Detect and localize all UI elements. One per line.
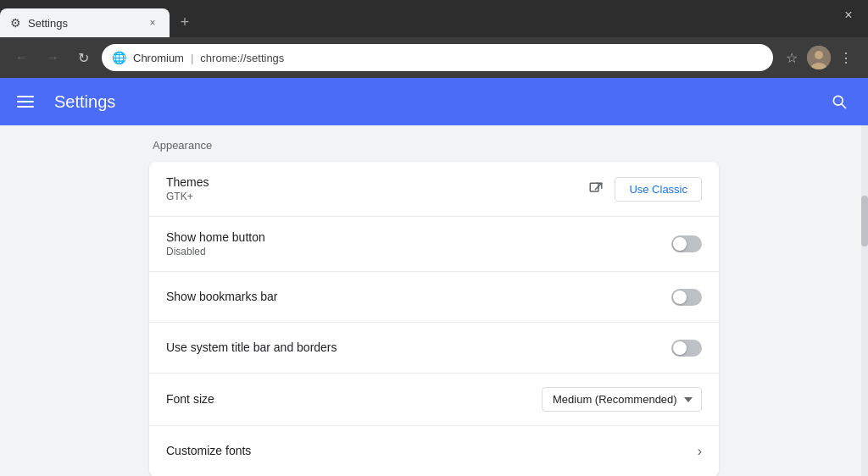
themes-sublabel: GTK+ [166,191,587,202]
chevron-right-icon: › [698,444,702,459]
brand-label: Chromium [133,52,184,64]
font-size-info: Font size [166,392,542,407]
font-size-label: Font size [166,392,542,406]
font-size-row: Font size Very small Small Medium (Recom… [149,374,719,426]
avatar-button[interactable] [807,46,831,69]
customize-fonts-label: Customize fonts [166,444,698,457]
show-bookmarks-row: Show bookmarks bar [149,272,719,323]
scrollbar-track [861,125,868,476]
system-title-info: Use system title bar and borders [166,340,671,356]
window-close-button[interactable]: × [836,3,861,28]
show-home-row: Show home button Disabled [149,217,719,272]
hamburger-line-3 [17,106,34,108]
themes-control: Use Classic [587,177,702,202]
themes-info: Themes GTK+ [166,175,587,202]
show-home-toggle[interactable] [671,235,702,252]
url-separator: | [191,52,193,64]
show-home-sublabel: Disabled [166,246,671,257]
close-tab-button[interactable]: × [146,16,159,30]
customize-fonts-info: Customize fonts [166,444,698,459]
browser-frame: ⚙ Settings × + × ← → ↻ 🌐 Chromium | chro… [0,0,868,476]
use-classic-button[interactable]: Use Classic [615,177,702,202]
settings-header: Settings [0,78,868,125]
bookmark-button[interactable]: ☆ [780,46,804,69]
tab-settings-title: Settings [28,17,139,30]
new-tab-button[interactable]: + [173,10,197,34]
hamburger-line-1 [17,96,34,97]
search-icon [831,93,848,110]
customize-fonts-row[interactable]: Customize fonts › [149,426,719,476]
svg-point-1 [815,51,823,59]
show-home-info: Show home button Disabled [166,230,671,257]
show-bookmarks-info: Show bookmarks bar [166,290,671,305]
themes-label: Themes [166,175,587,189]
search-settings-button[interactable] [824,86,854,117]
show-bookmarks-control [671,289,702,306]
show-home-control [671,235,702,252]
address-bar: ← → ↻ 🌐 Chromium | chrome://settings ☆ ⋮ [0,37,868,78]
hamburger-menu-button[interactable] [14,92,37,111]
system-title-control [671,340,702,357]
svg-line-4 [842,104,846,108]
url-text: chrome://settings [200,52,284,64]
toolbar-buttons: ☆ ⋮ [780,46,858,69]
settings-inner: Appearance Themes GTK+ [129,139,739,476]
hamburger-line-2 [17,101,34,102]
customize-fonts-control: › [698,444,702,459]
system-title-label: Use system title bar and borders [166,340,671,354]
settings-page-title: Settings [54,92,807,112]
system-title-toggle[interactable] [671,340,702,357]
external-link-icon[interactable] [587,180,604,197]
active-tab: ⚙ Settings × [0,8,170,37]
font-size-control: Very small Small Medium (Recommended) La… [542,387,702,412]
appearance-card: Themes GTK+ Use Classic [149,162,719,476]
window-controls: × [836,0,868,30]
appearance-section-title: Appearance [149,139,719,152]
menu-button[interactable]: ⋮ [834,46,858,69]
title-bar: ⚙ Settings × + × [0,0,868,37]
forward-button[interactable]: → [41,46,64,69]
show-bookmarks-label: Show bookmarks bar [166,290,671,303]
show-bookmarks-toggle[interactable] [671,289,702,306]
refresh-button[interactable]: ↻ [71,46,95,69]
tab-settings-icon: ⚙ [10,16,21,30]
show-home-label: Show home button [166,230,671,244]
system-title-row: Use system title bar and borders [149,323,719,374]
chromium-icon: 🌐 [112,51,126,64]
settings-content: Appearance Themes GTK+ [0,125,868,476]
scrollbar-thumb[interactable] [861,196,868,246]
omnibox[interactable]: 🌐 Chromium | chrome://settings [102,44,773,71]
themes-row: Themes GTK+ Use Classic [149,162,719,217]
font-size-select[interactable]: Very small Small Medium (Recommended) La… [542,387,702,412]
back-button[interactable]: ← [10,46,34,69]
